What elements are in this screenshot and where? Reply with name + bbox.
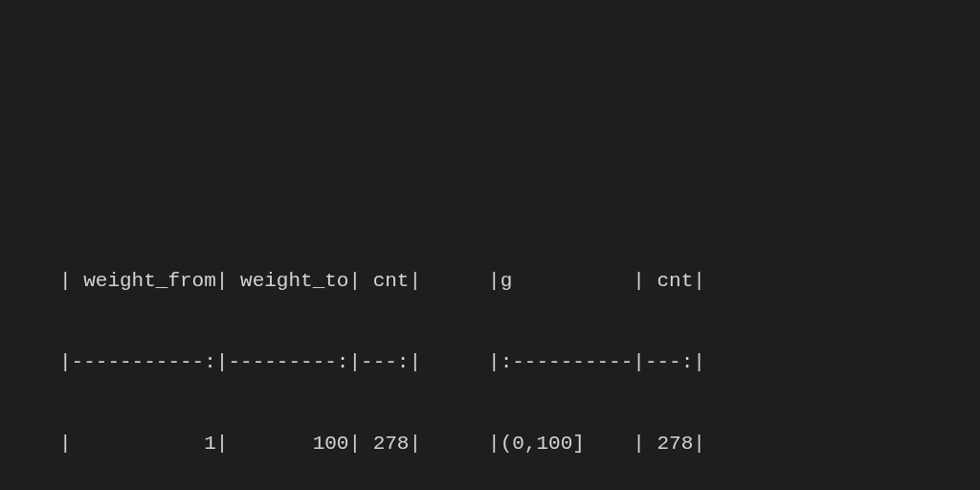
right-row-0: |(0,100] | 278| — [488, 431, 705, 457]
left-row-0: | 1| 100| 278| — [59, 431, 421, 457]
left-separator: |-----------:|---------:|---:| — [59, 349, 421, 376]
right-header: |g | cnt| — [488, 268, 705, 295]
right-separator: |:----------|---:| — [488, 349, 705, 376]
left-table: | weight_from| weight_to| cnt| |--------… — [59, 213, 421, 490]
left-header: | weight_from| weight_to| cnt| — [59, 268, 421, 295]
tables-row: | weight_from| weight_to| cnt| |--------… — [59, 213, 980, 490]
right-table: |g | cnt| |:----------|---:| |(0,100] | … — [488, 213, 705, 490]
